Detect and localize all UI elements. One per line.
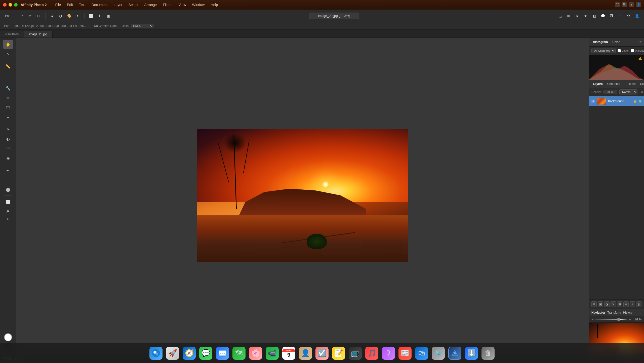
mask-btn[interactable]: ◈ <box>573 12 581 20</box>
menu-layer[interactable]: Layer <box>111 2 125 8</box>
dock-item-appstore[interactable]: 🛍 <box>414 346 429 361</box>
menu-help[interactable]: Help <box>208 2 220 8</box>
dock-item-download[interactable]: ⬇️ <box>464 346 479 361</box>
menu-view[interactable]: View <box>176 2 189 8</box>
dodge-tool[interactable]: ☀ <box>3 125 13 134</box>
sharpen-tool[interactable]: ◈ <box>3 153 13 162</box>
dock-item-photos[interactable]: 🌸 <box>248 346 263 361</box>
tab-layers[interactable]: Layers <box>591 82 604 86</box>
blend-mode-select[interactable]: Normal Multiply Screen Overlay <box>619 89 637 94</box>
dock-item-facetime[interactable]: 📹 <box>265 346 280 361</box>
view-btn[interactable]: 🖼 <box>607 12 615 20</box>
zoom-in-icon[interactable]: + <box>629 317 631 321</box>
tab-navigator[interactable]: Navigator <box>591 311 605 314</box>
brush-tool[interactable]: ✏️ <box>3 62 13 71</box>
menu-filters[interactable]: Filters <box>160 2 175 8</box>
snap-btn[interactable]: ⬚ <box>556 12 564 20</box>
menu-document[interactable]: Document <box>89 2 110 8</box>
tab-untitled[interactable]: <Untitled> <box>0 31 24 38</box>
dock-item-safari[interactable]: 🧭 <box>182 346 197 361</box>
shape-tool[interactable]: ⬜ <box>3 197 13 206</box>
dock-item-launchpad[interactable]: 🚀 <box>165 346 180 361</box>
pan-tool[interactable]: ✋ <box>3 40 13 49</box>
perspective-btn[interactable]: ◻ <box>35 12 43 20</box>
delete-layer-btn[interactable]: ✕ <box>611 301 616 307</box>
dock-item-calendar[interactable]: NOV 9 <box>281 346 296 361</box>
dock-item-maps[interactable]: 🗺 <box>231 346 247 361</box>
dock-item-notes[interactable]: 📝 <box>331 346 346 361</box>
units-select[interactable]: Pixels Inches Centimeters <box>131 24 153 28</box>
color-swatch[interactable] <box>4 333 12 341</box>
new-group-btn[interactable]: ▣ <box>598 301 603 307</box>
layer-checkbox[interactable] <box>618 49 621 52</box>
tab-stock[interactable]: Stock <box>638 82 644 86</box>
fx-btn[interactable]: ★ <box>582 12 590 20</box>
grid-btn[interactable]: ⊞ <box>565 12 573 20</box>
bubble-btn[interactable]: 💬 <box>599 12 607 20</box>
layer-settings-icon[interactable]: ⚙ <box>639 90 644 94</box>
trash-layer-btn[interactable]: 🗑 <box>636 301 641 307</box>
mask-layer-btn[interactable]: ◑ <box>604 301 610 307</box>
burn-tool[interactable]: ◐ <box>3 134 13 143</box>
menu-window[interactable]: Window <box>190 2 207 8</box>
histogram-more-icon[interactable]: ≡ <box>639 40 641 44</box>
dock-item-contacts[interactable]: 👤 <box>298 346 313 361</box>
close-button[interactable] <box>3 3 7 7</box>
dock-item-reminders[interactable]: ☑️ <box>314 346 330 361</box>
marquee-frame-btn[interactable]: ▣ <box>104 12 112 20</box>
tab-histogram[interactable]: Histogram <box>591 40 609 44</box>
flatten-btn[interactable]: ≡ <box>623 301 629 307</box>
dock-item-music[interactable]: 🎵 <box>364 346 379 361</box>
menu-text[interactable]: Text <box>76 2 88 8</box>
tab-image20[interactable]: image_20.jpg <box>24 31 53 38</box>
dock-item-affinityphoto[interactable] <box>447 346 462 361</box>
text-tool[interactable]: A <box>3 207 13 216</box>
person-icon[interactable]: 👤 <box>636 2 641 7</box>
channels-select[interactable]: All Channels Red Green Blue Alpha <box>591 48 616 53</box>
crop-tool[interactable]: ⊹ <box>3 71 13 80</box>
fullscreen-button[interactable] <box>14 3 18 7</box>
layer-background-row[interactable]: 👁 Background 🔒 <box>589 96 644 106</box>
dock-item-trash[interactable]: 🗑 <box>480 346 496 361</box>
dock-item-mail[interactable]: ✉️ <box>215 346 230 361</box>
tab-color[interactable]: Color <box>611 40 621 44</box>
color-btn[interactable]: 🎨 <box>65 12 73 20</box>
layer-visibility-icon[interactable]: 👁 <box>591 100 595 103</box>
selection-tool[interactable]: ⬚ <box>3 103 13 112</box>
zoom-out-icon[interactable]: − <box>591 317 593 321</box>
opacity-input[interactable] <box>603 90 617 94</box>
merge-layer-btn[interactable]: ⊞ <box>617 301 622 307</box>
menu-edit[interactable]: Edit <box>64 2 75 8</box>
fullscreen-icon[interactable]: ⛶ <box>615 2 620 7</box>
tab-transform[interactable]: Transform <box>607 311 621 314</box>
minimize-button[interactable] <box>9 3 12 7</box>
blur-tool[interactable]: ◌ <box>3 144 13 153</box>
pointer-tool[interactable]: ↖ <box>3 49 13 58</box>
prefs-btn[interactable]: ⚙ <box>624 12 632 20</box>
gradient-btn[interactable]: ▲ <box>48 12 56 20</box>
smudge-tool[interactable]: ⋯ <box>3 175 13 184</box>
dock-item-news[interactable]: 📰 <box>397 346 413 361</box>
add-layer-btn[interactable]: + <box>630 301 635 307</box>
tab-brushes[interactable]: Brushes <box>623 82 637 86</box>
transform-btn[interactable]: ⤢ <box>18 12 26 20</box>
user-btn[interactable]: 👤 <box>633 12 641 20</box>
pen-tool[interactable]: ✒ <box>3 166 13 175</box>
fill-tool[interactable]: ⬤ <box>3 185 13 194</box>
tab-channels[interactable]: Channels <box>606 82 622 86</box>
navigator-more-icon[interactable]: ≡ <box>639 311 641 315</box>
more-tools[interactable]: » <box>4 216 12 221</box>
healing-tool[interactable]: 🔧 <box>3 84 13 93</box>
search-icon[interactable]: 🔍 <box>622 2 627 7</box>
crop-btn[interactable]: ✂ <box>26 12 34 20</box>
duplicate-layer-btn[interactable]: ⧉ <box>591 301 597 307</box>
retouch-btn[interactable]: ✦ <box>74 12 82 20</box>
history-btn[interactable]: ↩ <box>616 12 624 20</box>
menu-file[interactable]: File <box>53 2 63 8</box>
zoom-thumb[interactable] <box>617 318 620 321</box>
dock-item-sysprefs[interactable]: ⚙️ <box>431 346 446 361</box>
menu-select[interactable]: Select <box>126 2 141 8</box>
canvas-area[interactable] <box>16 38 589 353</box>
clone-tool[interactable]: ⊛ <box>3 93 13 102</box>
marquee-checkbox[interactable] <box>631 49 634 52</box>
